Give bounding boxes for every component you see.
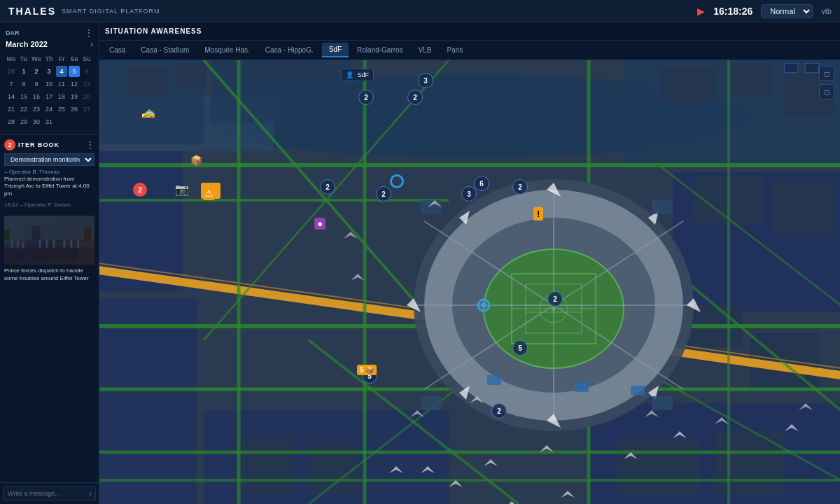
- svg-rect-93: [652, 396, 673, 410]
- cal-day[interactable]: 14: [6, 91, 17, 102]
- svg-rect-40: [239, 438, 295, 494]
- svg-rect-115: [575, 382, 589, 392]
- map-control-btn[interactable]: ◻: [819, 66, 834, 81]
- svg-rect-14: [4, 216, 94, 240]
- notebook-menu-icon[interactable]: ⋮: [86, 140, 94, 150]
- map-badge-2e: 2: [512, 179, 528, 195]
- svg-rect-114: [487, 375, 501, 385]
- cal-day[interactable]: 11: [56, 78, 67, 90]
- svg-rect-25: [99, 298, 197, 504]
- header-bar: THALES SMART DIGITAL PLATFORM ▶ 16:18:26…: [0, 0, 840, 22]
- map-badge-2a: 2: [358, 90, 374, 105]
- cal-day[interactable]: 21: [6, 104, 17, 115]
- send-button[interactable]: ›: [89, 489, 92, 498]
- map-control-btn-2[interactable]: ◻: [819, 84, 834, 99]
- cal-day[interactable]: 2: [31, 66, 42, 77]
- cal-day[interactable]: 8: [18, 78, 29, 90]
- cal-day-today[interactable]: 4: [56, 66, 67, 77]
- tab-roland[interactable]: Roland-Garros: [350, 43, 410, 57]
- tab-vlb[interactable]: VLB: [412, 43, 439, 57]
- thumb-svg: [4, 216, 94, 265]
- svg-rect-10: [52, 239, 55, 248]
- cal-day[interactable]: 16: [31, 91, 42, 102]
- tab-paris[interactable]: Paris: [440, 43, 470, 57]
- calendar-grid[interactable]: Mo Tu We Th Fr Sa Su 28 1 2 3 4 5 6 7 8 …: [6, 53, 93, 127]
- svg-rect-38: [617, 438, 701, 494]
- map-badge-2d: 2: [376, 186, 391, 202]
- calendar-next[interactable]: ›: [90, 39, 93, 49]
- cal-day[interactable]: 26: [69, 104, 80, 115]
- svg-rect-31: [659, 67, 715, 102]
- cal-day[interactable]: 25: [56, 104, 67, 115]
- cal-weekday-tu: Tu: [18, 53, 29, 64]
- cal-day[interactable]: 22: [18, 104, 29, 115]
- cal-day[interactable]: 12: [69, 78, 80, 90]
- operation-selector[interactable]: Demonstration monitoring: [4, 153, 94, 166]
- user-label: vtb: [821, 7, 832, 15]
- cal-day[interactable]: 7: [6, 78, 17, 90]
- cal-day[interactable]: 17: [43, 91, 55, 102]
- thales-logo: THALES: [8, 5, 56, 18]
- svg-rect-35: [771, 179, 834, 235]
- svg-rect-13: [77, 239, 79, 248]
- tab-casa-hippog[interactable]: Casa - HippoG.: [258, 43, 321, 57]
- tab-casa[interactable]: Casa: [102, 43, 132, 57]
- svg-rect-7: [22, 241, 24, 248]
- cal-day[interactable]: 30: [31, 116, 42, 127]
- svg-rect-90: [421, 200, 442, 214]
- cal-day[interactable]: 13: [81, 78, 92, 90]
- cal-day[interactable]: 23: [31, 104, 42, 115]
- platform-text: SMART DIGITAL PLATFORM: [62, 8, 160, 15]
- cal-day[interactable]: 28: [6, 116, 17, 127]
- purple-icon: ■: [314, 218, 326, 230]
- calendar-title: March 2022: [6, 40, 48, 48]
- tab-sdf[interactable]: SdF: [322, 43, 349, 57]
- svg-rect-30: [176, 64, 207, 88]
- cal-day[interactable]: 31: [43, 116, 55, 127]
- cal-day[interactable]: 24: [43, 104, 55, 115]
- tab-mosquee[interactable]: Mosquée Has.: [197, 43, 256, 57]
- cal-day[interactable]: 18: [56, 91, 67, 102]
- cal-day[interactable]: 29: [18, 116, 29, 127]
- cal-day[interactable]: 6: [81, 66, 92, 77]
- situation-header: SITUATION AWARENESS: [99, 22, 840, 41]
- note-entry-2: 16:12 – Operator F. Dorian: [4, 202, 94, 209]
- cal-day[interactable]: 10: [43, 78, 55, 90]
- note-text-2: Police forces dispatch to handle some tr…: [4, 267, 94, 282]
- cal-settings-icon[interactable]: ⋮: [85, 28, 93, 38]
- cal-weekday-fr: Fr: [56, 53, 67, 64]
- cal-day[interactable]: 1: [18, 66, 29, 77]
- cal-day[interactable]: 20: [81, 91, 92, 102]
- svg-rect-32: [729, 64, 771, 95]
- svg-rect-5: [11, 240, 13, 248]
- calendar-header: March 2022 ›: [6, 39, 93, 49]
- mini-indicator-2: [784, 63, 798, 73]
- map-badge-2g: 2: [491, 403, 507, 419]
- svg-rect-116: [631, 386, 645, 396]
- cal-day[interactable]: 3: [43, 66, 55, 77]
- map-badge-2c: 2: [320, 179, 335, 195]
- logo-area: THALES SMART DIGITAL PLATFORM: [0, 5, 169, 18]
- cal-day[interactable]: 27: [81, 104, 92, 115]
- svg-rect-6: [17, 239, 19, 248]
- message-input[interactable]: [8, 490, 86, 497]
- cal-day[interactable]: 19: [69, 91, 80, 102]
- cal-day-selected[interactable]: 5: [69, 66, 80, 77]
- map-badge-2b: 2: [407, 90, 423, 105]
- mode-selector[interactable]: Normal Alert Crisis: [761, 4, 813, 18]
- cal-weekday-sa: Sa: [69, 53, 80, 64]
- sdf-tooltip-icon: 👤: [346, 71, 354, 78]
- tab-casa-stadium[interactable]: Casa - Stadium: [134, 43, 196, 57]
- notebook-title: ITER BOOK: [18, 141, 59, 148]
- notebook-badge: 2: [4, 139, 15, 150]
- cal-weekday-we: We: [31, 53, 42, 64]
- cal-day[interactable]: 28: [6, 66, 17, 77]
- notebook-header: 2 ITER BOOK ⋮: [4, 139, 94, 150]
- message-input-row: ›: [3, 486, 96, 501]
- cal-weekday-mo: Mo: [6, 53, 17, 64]
- note-text-1: Planned demonstration from Triumph Arc t…: [4, 176, 94, 197]
- alert-icon: ▶: [697, 6, 705, 17]
- cal-day[interactable]: 9: [31, 78, 42, 90]
- map-area[interactable]: 👤 SdF ◻ ◻ 2 2 3 2 🚕 📦 📷 🔧 ⚠ 2 2 3 6 2 2 …: [99, 60, 840, 504]
- cal-day[interactable]: 15: [18, 91, 29, 102]
